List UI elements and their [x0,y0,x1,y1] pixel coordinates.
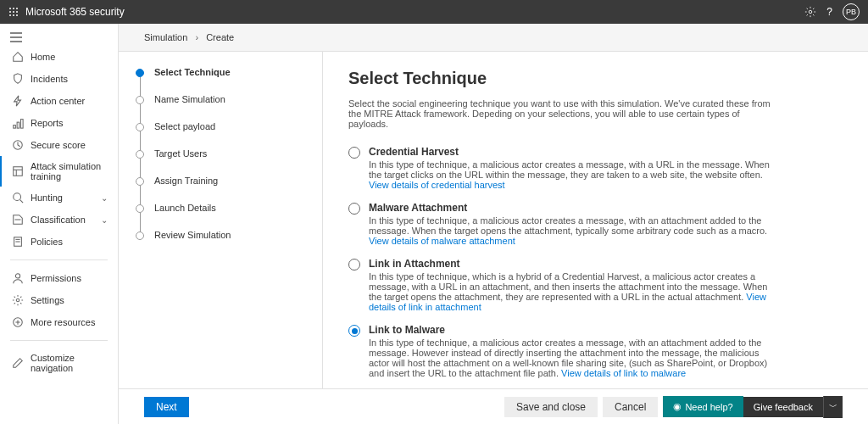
feedback-expand-icon[interactable]: ﹀ [823,396,843,418]
technique-radio[interactable] [348,203,360,215]
technique-description: In this type of technique, a malicious a… [369,338,772,378]
nav-divider [10,259,108,260]
settings-gear-icon[interactable] [804,6,816,18]
nav-toggle-icon[interactable] [0,29,118,46]
wizard-step[interactable]: Review Simulation [136,232,314,259]
nav-item-attack-simulation-training[interactable]: Attack simulation training [0,156,118,187]
help-icon[interactable]: ? [826,6,832,18]
svg-point-27 [16,298,19,302]
svg-rect-15 [21,120,24,129]
nav-label: Classification [31,215,86,225]
nav-label: Policies [31,237,63,247]
wizard-step[interactable]: Name Simulation [136,96,314,123]
svg-rect-17 [14,167,23,176]
step-indicator-icon [136,123,144,131]
technique-radio[interactable] [348,259,360,271]
page-title: Select Technique [348,69,843,88]
technique-radio[interactable] [348,325,360,337]
wizard-body: Select Technique Select the social engin… [322,52,868,388]
score-icon [12,139,24,151]
technique-details-link[interactable]: View details of link to malware [561,368,686,378]
svg-rect-14 [17,122,19,128]
step-indicator-icon [136,150,144,159]
technique-description: In this type of technique, a malicious a… [369,159,772,190]
user-avatar[interactable]: PB [843,3,860,20]
footer-bar: Next Save and close Cancel ◉Need help? G… [119,388,868,424]
give-feedback-button[interactable]: Give feedback [743,397,823,417]
technique-description: In this type of technique, which is a hy… [369,271,772,312]
next-button[interactable]: Next [144,397,189,417]
svg-point-1 [13,8,14,9]
wizard-step[interactable]: Target Users [136,150,314,177]
classification-icon [12,214,24,226]
nav-item-permissions[interactable]: Permissions [0,267,118,289]
svg-point-5 [16,11,18,13]
nav-label: Settings [31,295,64,305]
step-label: Target Users [154,148,207,159]
nav-label: Incidents [31,74,68,84]
nav-label: Home [31,52,55,62]
nav-item-policies[interactable]: Policies [0,231,118,253]
breadcrumb: Simulation › Create [119,24,868,51]
technique-details-link[interactable]: View details of link in attachment [369,292,766,312]
nav-item-customize-navigation[interactable]: Customize navigation [0,348,118,378]
wizard-step[interactable]: Select Technique [136,69,314,96]
breadcrumb-item[interactable]: Simulation [144,32,187,42]
technique-title: Credential Harvest [369,146,772,158]
technique-option: Malware AttachmentIn this type of techni… [348,202,772,246]
step-label: Select Technique [154,67,231,77]
attack-icon [12,165,24,177]
side-nav: HomeIncidentsAction centerReportsSecure … [0,24,119,424]
page-description: Select the social engineering technique … [348,98,772,129]
app-title: Microsoft 365 security [25,6,125,18]
technique-title: Malware Attachment [369,202,772,214]
chevron-down-icon: ⌄ [101,193,108,203]
svg-point-2 [16,8,18,9]
step-label: Review Simulation [154,230,231,240]
wizard-steps: Select TechniqueName SimulationSelect pa… [119,52,322,388]
nav-divider [10,340,108,341]
home-icon [12,51,24,63]
nav-item-home[interactable]: Home [0,46,118,68]
cancel-button[interactable]: Cancel [603,397,658,417]
top-bar: Microsoft 365 security ? PB [0,0,868,24]
app-launcher-icon[interactable] [8,7,19,17]
svg-point-26 [15,274,19,278]
nav-item-secure-score[interactable]: Secure score [0,134,118,156]
nav-item-more-resources[interactable]: More resources [0,311,118,333]
nav-item-action-center[interactable]: Action center [0,90,118,112]
nav-label: Customize navigation [31,353,108,373]
technique-option: Credential HarvestIn this type of techni… [348,146,772,190]
wizard-step[interactable]: Assign Training [136,177,314,204]
nav-label: Attack simulation training [31,161,108,181]
need-help-button[interactable]: ◉Need help? [663,396,743,417]
technique-details-link[interactable]: View details of credential harvest [369,180,505,190]
permissions-icon [12,272,24,284]
technique-radio[interactable] [348,147,360,159]
step-indicator-icon [136,232,144,240]
report-icon [12,117,24,129]
technique-option: Link to MalwareIn this type of technique… [348,324,772,378]
svg-point-9 [810,10,813,14]
breadcrumb-separator: › [195,32,198,42]
technique-title: Link in Attachment [369,258,772,270]
nav-item-settings[interactable]: Settings [0,289,118,311]
nav-label: Action center [31,96,85,106]
nav-item-classification[interactable]: Classification⌄ [0,209,118,231]
nav-item-reports[interactable]: Reports [0,112,118,134]
lightning-icon [12,95,24,107]
nav-label: Hunting [31,192,63,203]
svg-point-6 [9,14,11,16]
svg-point-8 [16,14,18,16]
wizard-step[interactable]: Launch Details [136,204,314,232]
wizard-step[interactable]: Select payload [136,123,314,150]
nav-item-incidents[interactable]: Incidents [0,68,118,90]
save-and-close-button[interactable]: Save and close [504,397,598,417]
shield-icon [12,73,24,85]
svg-point-20 [14,193,21,201]
policies-icon [12,236,24,248]
technique-details-link[interactable]: View details of malware attachment [369,236,515,246]
step-label: Assign Training [154,176,218,186]
svg-line-21 [20,200,24,204]
nav-item-hunting[interactable]: Hunting⌄ [0,187,118,209]
